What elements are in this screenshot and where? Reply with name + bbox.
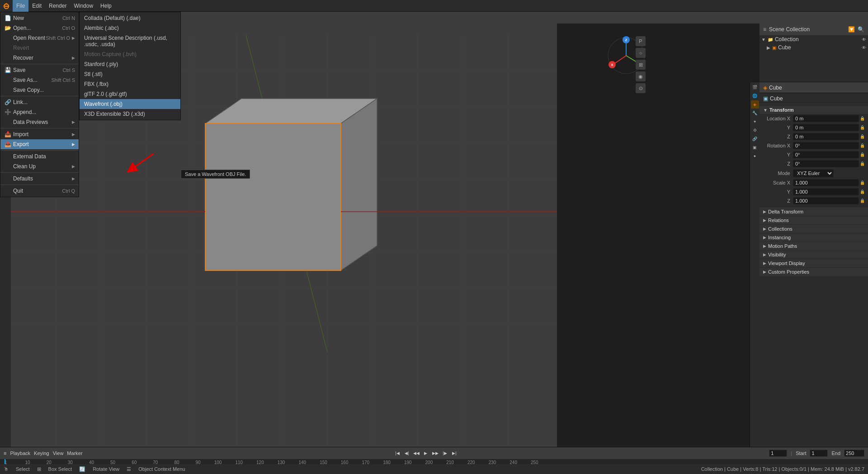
prop-object-btn[interactable]: ◈ [751,100,759,109]
menu-quit[interactable]: Quit Ctrl Q [0,186,79,196]
menu-save[interactable]: 💾 Save Ctrl S [0,65,79,75]
jump-end-btn[interactable]: ▶| [450,449,458,457]
cube-item[interactable]: ▶ ▣ Cube 👁 [760,43,868,52]
prop-physics-btn[interactable]: ⚙ [751,126,759,134]
scale-z-input[interactable] [793,197,859,204]
playback-label[interactable]: Playback [10,450,30,456]
menu-export[interactable]: 📤 Export ▶ [0,139,79,149]
menu-import[interactable]: 📥 Import ▶ [0,129,79,139]
menu-render[interactable]: Render [45,0,70,12]
menu-edit[interactable]: Edit [28,0,45,12]
view-rendered-btn[interactable]: ◉ [636,71,646,81]
menu-window[interactable]: Window [70,0,97,12]
menu-open[interactable]: 📂 Open... Ctrl O [0,23,79,33]
menu-help[interactable]: Help [97,0,115,12]
prev-keyframe-btn[interactable]: ◀| [403,449,411,457]
prop-scene-btn[interactable]: 🎬 [751,83,759,91]
menu-external-data[interactable]: External Data [0,152,79,161]
scale-y-input[interactable] [793,188,859,195]
start-frame-input[interactable] [810,450,828,457]
location-x-input[interactable] [793,115,859,122]
scale-y-lock[interactable]: 🔒 [860,190,866,194]
menu-save-as[interactable]: Save As... Shift Ctrl S [0,75,79,85]
export-alembic[interactable]: Alembic (.abc) [80,23,180,33]
prop-material-btn[interactable]: ● [751,152,759,160]
play-backward-btn[interactable]: ◀◀ [412,449,420,457]
menu-append[interactable]: ➕ Append... [0,107,79,117]
viewport-display-section[interactable]: ▶ Viewport Display [760,259,868,267]
export-collada[interactable]: Collada (Default) (.dae) [80,13,180,23]
blender-logo[interactable] [0,0,13,12]
export-wavefront[interactable]: Wavefront (.obj) [80,99,180,109]
next-keyframe-btn[interactable]: |▶ [441,449,449,457]
motion-paths-section[interactable]: ▶ Motion Paths [760,242,868,250]
location-z-lock[interactable]: 🔒 [860,134,866,139]
rotation-z-input[interactable] [793,160,859,167]
relations-section[interactable]: ▶ Relations [760,216,868,224]
rotation-x-input[interactable] [793,142,859,149]
export-x3d[interactable]: X3D Extensible 3D (.x3d) [80,109,180,119]
menu-new[interactable]: 📄 New Ctrl N [0,13,79,23]
prop-constraints-btn[interactable]: 🔗 [751,135,759,143]
visibility-section[interactable]: ▶ Visibility [760,251,868,259]
location-z-input[interactable] [793,133,859,140]
location-x-lock[interactable]: 🔒 [860,116,866,121]
collections-section[interactable]: ▶ Collections [760,225,868,233]
marker-label[interactable]: Marker [67,450,82,456]
rotation-x-lock[interactable]: 🔒 [860,143,866,148]
export-stl[interactable]: Stl (.stl) [80,69,180,79]
transform-header[interactable]: ▼ Transform [760,106,868,114]
mesh-visibility-toggle[interactable]: 👁 [862,45,866,50]
export-fbx[interactable]: FBX (.fbx) [80,79,180,89]
menu-defaults[interactable]: Defaults ▶ [0,174,79,184]
end-frame-input[interactable] [844,450,864,457]
scale-z-lock[interactable]: 🔒 [860,199,866,203]
prop-particles-btn[interactable]: ✦ [751,118,759,126]
outliner-search-icon[interactable]: 🔍 [858,26,864,33]
menu-save-copy[interactable]: Save Copy... [0,85,79,95]
view-wire-btn[interactable]: ⊞ [636,60,646,70]
visibility-toggle[interactable]: 👁 [862,37,866,42]
play-btn[interactable]: ▶ [422,449,430,457]
object-name-label[interactable]: Cube [769,85,782,91]
scale-x-input[interactable] [793,179,859,186]
menu-open-recent[interactable]: Open Recent Shift Ctrl O ▶ [0,33,79,43]
prop-data-btn[interactable]: ▣ [751,143,759,152]
outliner-filter-icon[interactable]: 🔽 [848,26,855,33]
save-shortcut: Ctrl S [63,67,75,73]
rotation-y-lock[interactable]: 🔒 [860,152,866,157]
rotation-z-lock[interactable]: 🔒 [860,161,866,166]
overlay-btn[interactable]: ⊙ [636,83,646,93]
location-y-lock[interactable]: 🔒 [860,125,866,130]
data-name-label[interactable]: Cube [770,95,783,102]
scale-x-lock[interactable]: 🔒 [860,180,866,185]
open-label: Open... [13,25,31,31]
export-usd[interactable]: Universal Scene Description (.usd, .usdc… [80,33,180,49]
menu-revert[interactable]: Revert [0,43,79,53]
menu-link[interactable]: 🔗 Link... [0,97,79,107]
delta-transform-section[interactable]: ▶ Delta Transform [760,208,868,216]
keying-label[interactable]: Keying [34,450,49,456]
prop-world-btn[interactable]: 🌐 [751,92,759,100]
view-label[interactable]: View [53,450,64,456]
custom-properties-section[interactable]: ▶ Custom Properties [760,268,868,276]
menu-recover[interactable]: Recover ▶ [0,53,79,63]
menu-file[interactable]: File [13,0,28,12]
prop-modifier-btn[interactable]: 🔧 [751,109,759,117]
instancing-section[interactable]: ▶ Instancing [760,233,868,242]
location-y-input[interactable] [793,124,859,131]
collections-label: Collections [768,226,793,232]
export-ply[interactable]: Stanford (.ply) [80,59,180,69]
collection-item[interactable]: ▼ 📁 Collection 👁 [760,35,868,43]
rotation-y-input[interactable] [793,151,859,158]
current-frame-input[interactable] [769,450,787,457]
menu-data-previews[interactable]: Data Previews ▶ [0,117,79,127]
jump-start-btn[interactable]: |◀ [393,449,401,457]
play-forward-btn[interactable]: ▶▶ [431,449,439,457]
rotate-view-label: Rotate View [93,466,119,472]
view-perspective-btn[interactable]: P [636,36,646,46]
rotation-mode-select[interactable]: XYZ Euler [793,169,834,177]
view-solid-btn[interactable]: ○ [636,48,646,58]
export-gltf[interactable]: glTF 2.0 (.glb/.gtf) [80,89,180,99]
menu-cleanup[interactable]: Clean Up ▶ [0,161,79,171]
